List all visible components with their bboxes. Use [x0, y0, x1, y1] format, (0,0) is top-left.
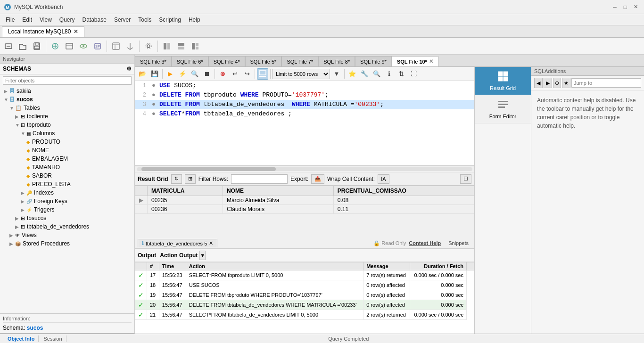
limit-select[interactable]: Limit to 5000 rows Limit to 1000 rows Li… [272, 69, 330, 79]
result-row-1[interactable]: ▶ 00235 Márcio Almeida Silva 0.08 [135, 196, 474, 205]
status-tab-object-info[interactable]: Object Info [4, 335, 39, 342]
tree-item-nome[interactable]: ◆ NOME [0, 146, 134, 155]
output-th-message[interactable]: Message [363, 262, 410, 270]
result-row-2[interactable]: 00236 Cláudia Morais 0.11 [135, 205, 474, 214]
tree-item-sakila[interactable]: ▶ 🗄 sakila [0, 87, 134, 95]
tree-item-triggers[interactable]: ▶ ⚡ Triggers [0, 205, 134, 214]
sql-tab-10-close-icon[interactable]: ✕ [429, 58, 433, 65]
table-inspector-button[interactable] [109, 40, 123, 53]
layout-btn-2[interactable] [174, 40, 188, 53]
tree-item-tbcliente[interactable]: ▶ ⊞ tbcliente [0, 112, 134, 121]
tree-item-tables[interactable]: ▼ 📋 Tables [0, 104, 134, 112]
output-th-num[interactable]: # [147, 262, 159, 270]
fullscreen-button[interactable]: ⛶ [408, 68, 419, 80]
execute-button[interactable]: ▶ [165, 68, 176, 80]
menu-help[interactable]: Help [185, 16, 204, 24]
limit-dropdown-button[interactable]: ▼ [331, 68, 342, 80]
tree-item-columns[interactable]: ▼ ▦ Columns [0, 129, 134, 138]
create-view-button[interactable] [77, 40, 90, 53]
additions-home-button[interactable]: ⊙ [553, 78, 561, 88]
schema-search-input[interactable] [3, 76, 132, 85]
layout-btn-1[interactable] [160, 40, 173, 53]
tree-item-tamanho[interactable]: ◆ TAMANHO [0, 163, 134, 172]
create-table-button[interactable] [63, 40, 76, 53]
tree-item-views[interactable]: ▶ 👁 Views [0, 231, 134, 239]
output-th-sort[interactable] [467, 262, 474, 270]
result-th-nome[interactable]: NOME [223, 186, 333, 196]
tree-item-tbproduto[interactable]: ▼ ⊞ tbproduto [0, 121, 134, 129]
action-output-dropdown[interactable]: ▼ [199, 251, 206, 260]
instance-tab[interactable]: Local instance MySQL80 ✕ [2, 26, 84, 37]
error-button[interactable]: ⊗ [217, 68, 228, 80]
form-editor-sidebar-button[interactable]: Form Editor [475, 95, 531, 123]
tree-item-tbtabela-de-vendedores[interactable]: ▶ ⊞ tbtabela_de_vendedores [0, 222, 134, 231]
undo-button[interactable]: ↩ [229, 68, 240, 80]
filter-rows-input[interactable] [231, 174, 288, 184]
wrap-cell-button[interactable]: IA [378, 174, 389, 184]
tree-item-preco-lista[interactable]: ◆ PRECO_LISTA [0, 180, 134, 188]
instance-tab-close-icon[interactable]: ✕ [74, 28, 78, 35]
sql-tab-8[interactable]: SQL File 8* [318, 56, 355, 66]
sql-tab-6[interactable]: SQL File 6* [172, 56, 208, 66]
menu-edit[interactable]: Edit [18, 16, 36, 24]
tree-item-sucos[interactable]: ▼ 🗄 sucos [0, 95, 134, 104]
sql-tab-3[interactable]: SQL File 3* [135, 56, 172, 66]
tree-item-tbsucos[interactable]: ▶ ⊞ tbsucos [0, 214, 134, 222]
execute-current-button[interactable]: ⚡ [177, 68, 188, 80]
export-button[interactable]: 📤 [311, 174, 324, 184]
menu-scripting[interactable]: Scripting [155, 16, 185, 24]
menu-query[interactable]: Query [56, 16, 79, 24]
additions-tab-context-help[interactable]: Context Help [406, 240, 444, 246]
menu-tools[interactable]: Tools [134, 16, 155, 24]
save-button[interactable] [30, 40, 43, 53]
sql-tab-10[interactable]: SQL File 10* ✕ [392, 56, 438, 66]
settings-button[interactable] [142, 40, 155, 53]
sql-tab-7[interactable]: SQL File 7* [281, 56, 318, 66]
output-th-time[interactable]: Time [159, 262, 186, 270]
grid-icon[interactable]: ⊞ [185, 174, 196, 184]
additions-tab-snippets[interactable]: Snippets [446, 240, 471, 246]
search-button[interactable]: 🔍 [371, 68, 382, 80]
tree-item-stored-procedures[interactable]: ▶ 📦 Stored Procedures [0, 239, 134, 248]
menu-view[interactable]: View [36, 16, 56, 24]
schemas-options-icon[interactable]: ⚙ [126, 65, 132, 72]
bookmark-button[interactable]: ⭐ [347, 68, 358, 80]
result-th-prcentual[interactable]: PRCENTUAL_COMISSAO [333, 186, 474, 196]
create-procedure-button[interactable]: SP [91, 40, 104, 53]
data-export-button[interactable] [124, 40, 137, 53]
menu-database[interactable]: Database [79, 16, 110, 24]
additions-back-button[interactable]: ◀ [534, 78, 543, 88]
tree-item-embalagem[interactable]: ◆ EMBALAGEM [0, 155, 134, 163]
tree-item-produto[interactable]: ◆ PRODUTO [0, 138, 134, 146]
status-tab-session[interactable]: Session [40, 335, 66, 342]
new-connection-button[interactable] [2, 40, 15, 53]
sql-tab-4[interactable]: SQL File 4* [208, 56, 245, 66]
open-file-button[interactable]: 📂 [137, 68, 148, 80]
tree-item-sabor[interactable]: ◆ SABOR [0, 172, 134, 180]
redo-button[interactable]: ↪ [241, 68, 253, 80]
format-button[interactable]: 🔧 [359, 68, 370, 80]
close-button[interactable]: ✕ [631, 2, 640, 12]
scroll-thumb[interactable] [141, 167, 276, 171]
menu-server[interactable]: Server [110, 16, 134, 24]
output-th-duration[interactable]: Duration / Fetch [410, 262, 466, 270]
create-schema-button[interactable] [49, 40, 62, 53]
menu-file[interactable]: File [2, 16, 18, 24]
maximize-button[interactable]: □ [620, 2, 630, 12]
tree-item-foreign-keys[interactable]: ▶ 🔗 Foreign Keys [0, 197, 134, 205]
result-grid-sidebar-button[interactable]: Result Grid [475, 67, 531, 95]
tree-item-indexes[interactable]: ▶ 🔑 Indexes [0, 188, 134, 197]
stop-button[interactable]: ⏹ [201, 68, 213, 80]
additions-forward-button[interactable]: ▶ [544, 78, 552, 88]
filter-rows-icon[interactable]: ↻ [171, 174, 182, 184]
open-button[interactable] [16, 40, 29, 53]
sql-tab-5[interactable]: SQL File 5* [245, 56, 282, 66]
save-sql-button[interactable]: 💾 [149, 68, 160, 80]
horizontal-scrollbar[interactable] [135, 166, 474, 172]
code-editor[interactable]: 1 ● USE SUCOS; 2 ● DELETE FROM tbproduto… [135, 81, 474, 166]
scroll-track[interactable] [137, 167, 472, 171]
explain-button[interactable]: 🔍 [189, 68, 200, 80]
tbtabela-result-tab[interactable]: ℹ tbtabela_de_vendedores 5 ✕ [138, 239, 217, 247]
jump-to-input[interactable] [571, 78, 641, 88]
toggle-result-panel-button[interactable]: ☐ [460, 174, 471, 184]
